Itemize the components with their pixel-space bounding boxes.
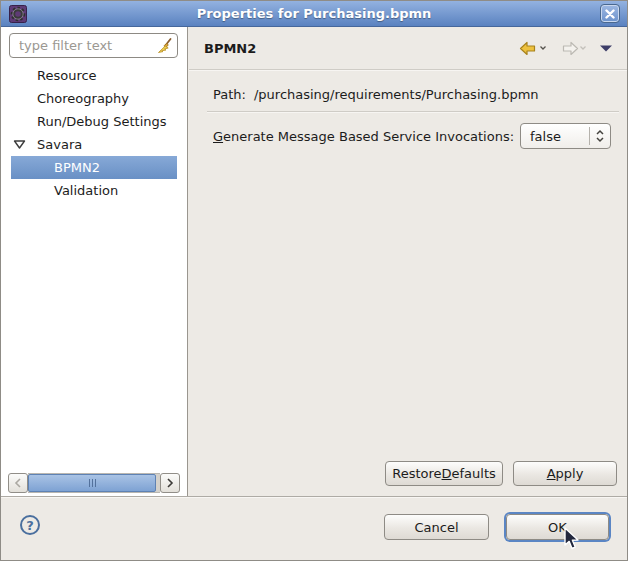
generate-invocations-field: Generate Message Based Service Invocatio… — [213, 123, 611, 149]
tree-item-bpmn2[interactable]: BPMN2 — [11, 156, 177, 179]
tree-item-resource[interactable]: Resource — [11, 64, 177, 87]
horizontal-scrollbar[interactable] — [8, 473, 180, 493]
category-panel: ResourceChoreographyRun/Debug SettingsSa… — [1, 27, 188, 496]
close-icon[interactable] — [600, 4, 620, 23]
apply-button[interactable]: Apply — [513, 461, 617, 486]
select-value: false — [521, 129, 589, 144]
scrollbar-thumb[interactable] — [28, 474, 156, 492]
tree-item-label: Validation — [54, 183, 118, 198]
window-title: Properties for Purchasing.bpmn — [1, 6, 627, 21]
view-menu-triangle-icon[interactable] — [599, 44, 613, 53]
header-separator — [189, 69, 627, 70]
titlebar: Properties for Purchasing.bpmn — [1, 1, 627, 27]
tree-item-label: Savara — [37, 137, 82, 152]
tree-item-label: Resource — [37, 68, 97, 83]
page-header: BPMN2 — [189, 27, 627, 69]
page-title: BPMN2 — [204, 41, 256, 56]
generate-invocations-label: Generate Message Based Service Invocatio… — [213, 129, 514, 144]
clear-filter-broom-icon[interactable] — [157, 38, 173, 54]
expander-icon[interactable] — [13, 139, 26, 150]
tree-item-label: Run/Debug Settings — [37, 114, 167, 129]
cancel-button[interactable]: Cancel — [384, 514, 489, 540]
back-arrow-icon[interactable] — [519, 41, 547, 56]
scroll-right-icon[interactable] — [160, 473, 180, 493]
tree-item-label: Choreography — [37, 91, 129, 106]
scroll-left-icon[interactable] — [8, 473, 28, 493]
path-row: Path:/purchasing/requirements/Purchasing… — [213, 83, 539, 106]
properties-tree: ResourceChoreographyRun/Debug SettingsSa… — [1, 64, 186, 202]
filter-box — [9, 33, 178, 58]
page-nav — [519, 41, 613, 56]
tree-item-validation[interactable]: Validation — [11, 179, 177, 202]
properties-dialog: Properties for Purchasing.bpmn ResourceC… — [0, 0, 628, 561]
page-buttons: Restore Defaults Apply — [189, 461, 617, 486]
path-label: Path: — [213, 87, 246, 102]
help-question-icon[interactable]: ? — [20, 515, 40, 535]
filter-input[interactable] — [17, 37, 157, 54]
tree-item-label: BPMN2 — [54, 160, 100, 175]
page-panel: BPMN2 P — [189, 27, 627, 496]
dialog-footer: ? Cancel OK — [1, 496, 627, 560]
forward-arrow-icon[interactable] — [559, 41, 587, 56]
tree-item-choreography[interactable]: Choreography — [11, 87, 177, 110]
scrollbar-track[interactable] — [28, 473, 160, 493]
tree-item-run-debug-settings[interactable]: Run/Debug Settings — [11, 110, 177, 133]
section-separator — [207, 111, 619, 112]
back-dropdown-chevron-icon — [539, 45, 547, 51]
restore-defaults-button[interactable]: Restore Defaults — [385, 461, 503, 486]
path-value: /purchasing/requirements/Purchasing.bpmn — [254, 87, 539, 102]
generate-invocations-select[interactable]: false — [520, 123, 611, 149]
tree-item-savara[interactable]: Savara — [11, 133, 177, 156]
ok-button[interactable]: OK — [506, 514, 609, 540]
forward-dropdown-chevron-icon — [579, 45, 587, 51]
combo-spinner-icon — [590, 128, 610, 144]
